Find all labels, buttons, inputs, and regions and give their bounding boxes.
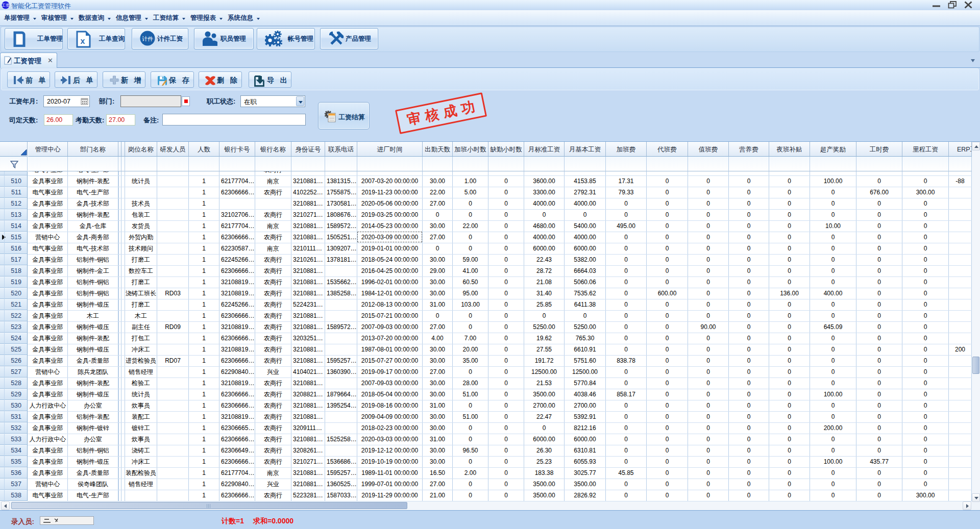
svg-text:x: x (81, 37, 85, 45)
svg-text:工资: 工资 (2, 3, 10, 8)
svg-text:计件: 计件 (142, 36, 153, 42)
